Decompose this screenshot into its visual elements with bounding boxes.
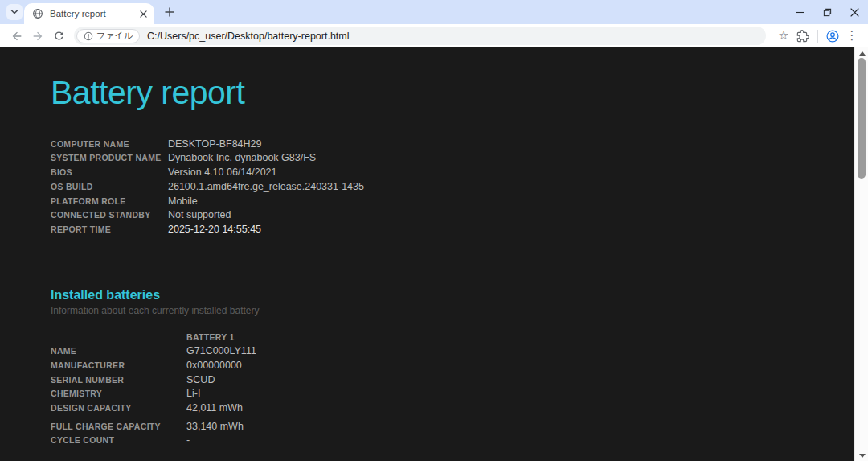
profile-button[interactable]	[823, 27, 842, 46]
browser-window: Battery report	[0, 0, 868, 461]
browser-tab[interactable]: Battery report	[24, 3, 154, 24]
battery-column-header: BATTERY 1	[186, 332, 235, 342]
globe-icon	[32, 8, 43, 19]
info-value: Mobile	[168, 196, 198, 207]
info-label: CONNECTED STANDBY	[51, 210, 168, 220]
info-label: SYSTEM PRODUCT NAME	[51, 153, 168, 163]
reload-icon	[53, 30, 65, 42]
info-value: Version 4.10 06/14/2021	[168, 167, 277, 178]
star-icon: ☆	[778, 30, 788, 42]
chevron-down-icon	[10, 8, 18, 16]
browser-toolbar: ファイル C:/Users/pc_user/Desktop/battery-re…	[0, 24, 868, 47]
plus-icon	[165, 7, 174, 17]
info-value: Not supported	[168, 209, 231, 220]
site-info-chip[interactable]: ファイル	[76, 29, 140, 43]
battery-label: FULL CHARGE CAPACITY	[51, 422, 186, 431]
forward-button[interactable]	[27, 26, 48, 47]
page-content: Battery report COMPUTER NAME DESKTOP-BF8…	[0, 47, 868, 461]
battery-value: G71C000LY111	[186, 345, 256, 356]
info-label: BIOS	[51, 167, 168, 177]
minimize-button[interactable]	[786, 0, 813, 24]
info-row: SYSTEM PRODUCT NAME Dynabook Inc. dynabo…	[51, 151, 854, 166]
battery-report-page: Battery report COMPUTER NAME DESKTOP-BF8…	[0, 47, 854, 461]
scroll-up-arrow-icon[interactable]	[855, 48, 868, 58]
battery-label: CYCLE COUNT	[51, 435, 186, 445]
battery-header-row: BATTERY 1	[51, 330, 854, 344]
info-row: BIOS Version 4.10 06/14/2021	[51, 165, 854, 179]
battery-label: NAME	[51, 346, 186, 356]
info-value: DESKTOP-BF84H29	[168, 138, 261, 150]
puzzle-icon	[796, 30, 809, 43]
info-value: Dynabook Inc. dynabook G83/FS	[168, 152, 316, 163]
section-subtitle: Information about each currently install…	[51, 305, 854, 316]
battery-row: CYCLE COUNT -	[51, 434, 854, 448]
battery-row: FULL CHARGE CAPACITY 33,140 mWh	[51, 419, 854, 434]
menu-button[interactable]: ⋮	[842, 27, 862, 46]
battery-table: BATTERY 1 NAME G71C000LY111 MANUFACTURER…	[51, 330, 854, 448]
vertical-scrollbar[interactable]	[854, 47, 868, 461]
battery-value: 33,140 mWh	[186, 421, 244, 432]
battery-row: NAME G71C000LY111	[51, 344, 854, 358]
info-label: OS BUILD	[51, 182, 168, 191]
reload-button[interactable]	[48, 26, 69, 47]
system-info-table: COMPUTER NAME DESKTOP-BF84H29 SYSTEM PRO…	[51, 137, 854, 237]
battery-label: MANUFACTURER	[51, 360, 186, 370]
battery-value: 0x00000000	[186, 360, 242, 371]
info-label: REPORT TIME	[51, 224, 168, 234]
battery-label: CHEMISTRY	[51, 389, 186, 398]
tab-close-icon[interactable]	[137, 7, 149, 20]
site-info-label: ファイル	[96, 30, 133, 42]
tab-title: Battery report	[50, 9, 137, 19]
page-title: Battery report	[51, 75, 854, 112]
report-time-value: 2025-12-20 14:55:45	[168, 224, 261, 235]
info-label: COMPUTER NAME	[51, 139, 168, 149]
url-text: C:/Users/pc_user/Desktop/battery-report.…	[147, 31, 349, 42]
window-controls	[786, 0, 868, 24]
tab-strip: Battery report	[0, 0, 868, 24]
info-row: OS BUILD 26100.1.amd64fre.ge_release.240…	[51, 179, 854, 194]
battery-row: SERIAL NUMBER SCUD	[51, 373, 854, 387]
battery-value: -	[186, 434, 190, 446]
battery-label: DESIGN CAPACITY	[51, 403, 186, 413]
info-icon	[84, 31, 93, 41]
installed-batteries-section: Installed batteries Information about ea…	[51, 288, 854, 448]
toolbar-divider	[817, 30, 818, 43]
back-arrow-icon	[10, 30, 23, 43]
info-row: PLATFORM ROLE Mobile	[51, 194, 854, 208]
battery-row: CHEMISTRY Li-I	[51, 386, 854, 401]
bookmark-button[interactable]: ☆	[774, 27, 793, 46]
battery-label: SERIAL NUMBER	[51, 375, 186, 385]
battery-row: MANUFACTURER 0x00000000	[51, 358, 854, 373]
avatar-icon	[825, 29, 840, 43]
info-label: PLATFORM ROLE	[51, 196, 168, 206]
battery-value: Li-I	[186, 388, 200, 399]
address-bar[interactable]: ファイル C:/Users/pc_user/Desktop/battery-re…	[74, 27, 766, 45]
scroll-down-arrow-icon[interactable]	[855, 451, 868, 460]
info-row: REPORT TIME 2025-12-20 14:55:45	[51, 222, 854, 237]
kebab-menu-icon: ⋮	[846, 30, 858, 42]
battery-value: SCUD	[186, 374, 215, 385]
battery-value: 42,011 mWh	[186, 402, 243, 414]
battery-row: DESIGN CAPACITY 42,011 mWh	[51, 401, 854, 415]
new-tab-button[interactable]	[161, 3, 178, 21]
back-button[interactable]	[6, 26, 27, 47]
extensions-button[interactable]	[793, 27, 813, 46]
maximize-button[interactable]	[813, 0, 841, 24]
forward-arrow-icon	[31, 30, 44, 43]
section-heading: Installed batteries	[51, 288, 854, 303]
scrollbar-thumb[interactable]	[858, 58, 866, 179]
info-row: CONNECTED STANDBY Not supported	[51, 208, 854, 222]
tab-search-button[interactable]	[6, 4, 23, 20]
close-button[interactable]	[841, 0, 868, 24]
info-row: COMPUTER NAME DESKTOP-BF84H29	[51, 137, 854, 151]
info-value: 26100.1.amd64fre.ge_release.240331-1435	[168, 181, 364, 192]
